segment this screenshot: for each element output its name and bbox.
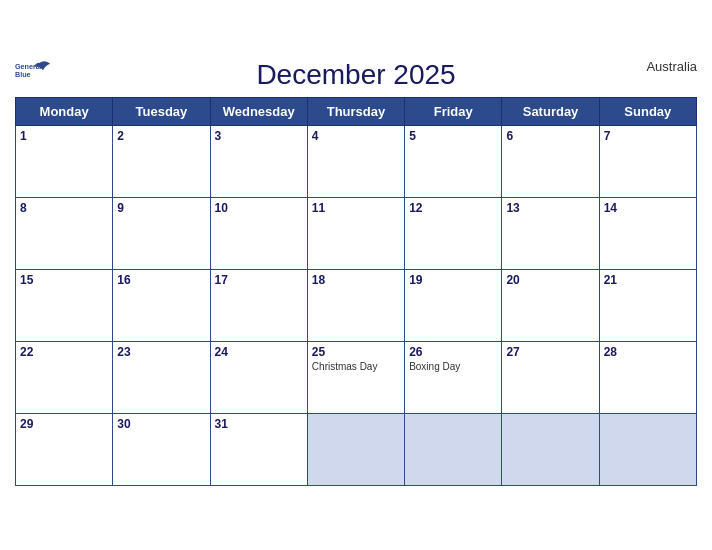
- day-number: 5: [409, 129, 497, 143]
- calendar-container: General Blue December 2025 Australia Mon…: [0, 49, 712, 501]
- day-number: 20: [506, 273, 594, 287]
- day-number: 1: [20, 129, 108, 143]
- day-number: 13: [506, 201, 594, 215]
- country-label: Australia: [646, 59, 697, 74]
- calendar-day-cell: 21: [599, 270, 696, 342]
- calendar-day-cell: 30: [113, 414, 210, 486]
- day-number: 28: [604, 345, 692, 359]
- day-number: 19: [409, 273, 497, 287]
- header-tuesday: Tuesday: [113, 98, 210, 126]
- header-friday: Friday: [405, 98, 502, 126]
- calendar-day-cell: 7: [599, 126, 696, 198]
- day-number: 7: [604, 129, 692, 143]
- day-number: 27: [506, 345, 594, 359]
- calendar-day-cell: 31: [210, 414, 307, 486]
- calendar-day-cell: 22: [16, 342, 113, 414]
- calendar-day-cell: 12: [405, 198, 502, 270]
- calendar-day-cell: 24: [210, 342, 307, 414]
- day-number: 17: [215, 273, 303, 287]
- calendar-day-cell: [405, 414, 502, 486]
- day-number: 2: [117, 129, 205, 143]
- header-saturday: Saturday: [502, 98, 599, 126]
- header-thursday: Thursday: [307, 98, 404, 126]
- day-number: 18: [312, 273, 400, 287]
- calendar-day-cell: 2: [113, 126, 210, 198]
- calendar-table: Monday Tuesday Wednesday Thursday Friday…: [15, 97, 697, 486]
- svg-text:Blue: Blue: [15, 70, 31, 79]
- calendar-day-cell: 9: [113, 198, 210, 270]
- calendar-day-cell: 16: [113, 270, 210, 342]
- header-sunday: Sunday: [599, 98, 696, 126]
- day-number: 23: [117, 345, 205, 359]
- calendar-day-cell: 5: [405, 126, 502, 198]
- day-number: 15: [20, 273, 108, 287]
- month-title: December 2025: [256, 59, 455, 91]
- calendar-day-cell: 11: [307, 198, 404, 270]
- day-number: 16: [117, 273, 205, 287]
- calendar-day-cell: 13: [502, 198, 599, 270]
- calendar-day-cell: 27: [502, 342, 599, 414]
- day-number: 4: [312, 129, 400, 143]
- calendar-day-cell: 6: [502, 126, 599, 198]
- day-number: 6: [506, 129, 594, 143]
- calendar-header: General Blue December 2025 Australia: [15, 59, 697, 91]
- header-wednesday: Wednesday: [210, 98, 307, 126]
- calendar-day-cell: 4: [307, 126, 404, 198]
- calendar-day-cell: [307, 414, 404, 486]
- calendar-week-row: 15161718192021: [16, 270, 697, 342]
- calendar-day-cell: 14: [599, 198, 696, 270]
- calendar-day-cell: [502, 414, 599, 486]
- calendar-day-cell: 29: [16, 414, 113, 486]
- calendar-day-cell: 3: [210, 126, 307, 198]
- day-number: 21: [604, 273, 692, 287]
- header-monday: Monday: [16, 98, 113, 126]
- calendar-day-cell: 25Christmas Day: [307, 342, 404, 414]
- day-number: 11: [312, 201, 400, 215]
- calendar-day-cell: 18: [307, 270, 404, 342]
- logo-icon: General Blue: [15, 59, 55, 87]
- calendar-day-cell: 10: [210, 198, 307, 270]
- calendar-day-cell: [599, 414, 696, 486]
- calendar-week-row: 1234567: [16, 126, 697, 198]
- day-number: 24: [215, 345, 303, 359]
- day-number: 22: [20, 345, 108, 359]
- day-number: 29: [20, 417, 108, 431]
- day-number: 30: [117, 417, 205, 431]
- calendar-day-cell: 1: [16, 126, 113, 198]
- day-number: 25: [312, 345, 400, 359]
- day-number: 10: [215, 201, 303, 215]
- day-number: 26: [409, 345, 497, 359]
- calendar-week-row: 293031: [16, 414, 697, 486]
- day-number: 12: [409, 201, 497, 215]
- calendar-day-cell: 8: [16, 198, 113, 270]
- calendar-day-cell: 20: [502, 270, 599, 342]
- calendar-day-cell: 19: [405, 270, 502, 342]
- day-number: 31: [215, 417, 303, 431]
- holiday-label: Christmas Day: [312, 361, 400, 372]
- weekday-header-row: Monday Tuesday Wednesday Thursday Friday…: [16, 98, 697, 126]
- calendar-day-cell: 28: [599, 342, 696, 414]
- calendar-day-cell: 17: [210, 270, 307, 342]
- calendar-day-cell: 26Boxing Day: [405, 342, 502, 414]
- holiday-label: Boxing Day: [409, 361, 497, 372]
- day-number: 8: [20, 201, 108, 215]
- calendar-week-row: 891011121314: [16, 198, 697, 270]
- logo-area: General Blue: [15, 59, 55, 87]
- day-number: 9: [117, 201, 205, 215]
- calendar-week-row: 22232425Christmas Day26Boxing Day2728: [16, 342, 697, 414]
- calendar-day-cell: 23: [113, 342, 210, 414]
- day-number: 14: [604, 201, 692, 215]
- calendar-day-cell: 15: [16, 270, 113, 342]
- day-number: 3: [215, 129, 303, 143]
